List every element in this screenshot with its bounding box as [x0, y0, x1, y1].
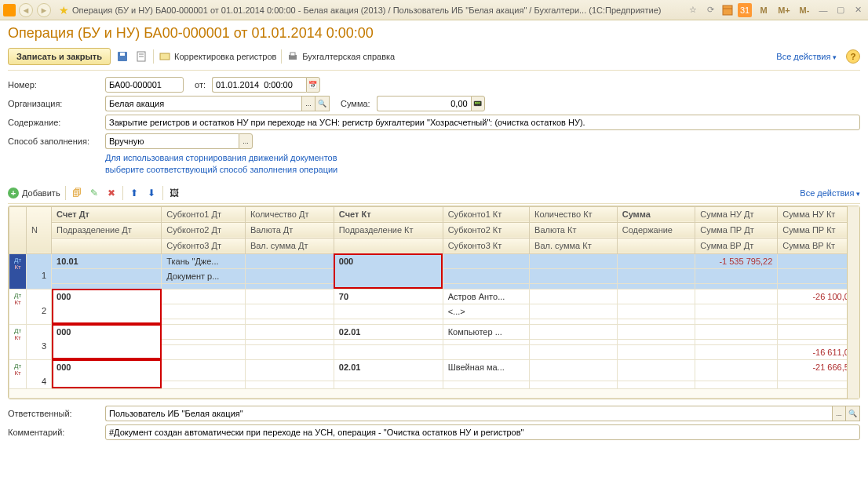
table-row[interactable]: ДтКт 1 10.01 Ткань "Дже... 000 -1 535 79…	[9, 253, 859, 268]
col-val-kt[interactable]: Валюта Кт	[530, 222, 618, 238]
col-schet-kt[interactable]: Счет Кт	[334, 206, 443, 222]
number-label: Номер:	[8, 80, 102, 89]
separator	[162, 186, 163, 200]
col-content[interactable]: Содержание	[617, 222, 695, 238]
all-actions-dropdown[interactable]: Все действия	[776, 52, 837, 61]
window-title: Операция (БУ и НУ) БА00-000001 от 01.01.…	[72, 5, 686, 15]
post-icon[interactable]	[134, 49, 148, 64]
nav-back-button[interactable]: ◄	[19, 3, 33, 17]
fill-method-label: Способ заполнения:	[8, 137, 102, 146]
edit-row-icon[interactable]: ✎	[88, 187, 100, 199]
comment-label: Комментарий:	[8, 428, 102, 437]
app-logo-icon	[3, 4, 16, 16]
responsible-label: Ответственный:	[8, 409, 102, 418]
tool-icon-1[interactable]: ☆	[686, 3, 700, 17]
svg-rect-0	[723, 5, 732, 15]
separator	[281, 49, 282, 64]
close-button[interactable]: ✕	[851, 3, 865, 17]
col-kol-kt[interactable]: Количество Кт	[530, 206, 618, 222]
col-sum-nu-dt[interactable]: Сумма НУ Дт	[695, 206, 778, 222]
move-down-icon[interactable]: ⬇	[145, 187, 158, 199]
col-val-dt[interactable]: Валюта Дт	[245, 222, 334, 238]
col-sub2-dt[interactable]: Субконто2 Дт	[162, 222, 246, 238]
register-correction-button[interactable]: Корректировка регистров	[159, 50, 276, 63]
add-icon: +	[8, 188, 19, 199]
register-correction-icon	[159, 50, 171, 63]
save-close-button[interactable]: Записать и закрыть	[8, 48, 111, 65]
fill-method-select-button[interactable]: ...	[239, 133, 253, 149]
svg-rect-9	[290, 53, 295, 56]
tool-icon-2[interactable]: ⟳	[703, 3, 717, 17]
responsible-select-button[interactable]: ...	[832, 406, 846, 421]
accounting-ref-button[interactable]: Бухгалтерская справка	[286, 50, 395, 63]
table-row[interactable]: ДтКт 3 000 02.01 Компьютер ...	[9, 324, 859, 339]
separator	[122, 186, 123, 200]
org-magnifier-icon[interactable]: 🔍	[315, 96, 330, 111]
memory-m-button[interactable]: M	[755, 3, 772, 17]
comment-input[interactable]	[105, 424, 860, 440]
col-podr-kt[interactable]: Подразделение Кт	[334, 222, 443, 238]
col-sub1-kt[interactable]: Субконто1 Кт	[443, 206, 529, 222]
col-sum[interactable]: Сумма	[617, 206, 695, 222]
org-label: Организация:	[8, 99, 102, 108]
delete-row-icon[interactable]: ✖	[105, 187, 118, 199]
content-label: Содержание:	[8, 118, 102, 127]
col-kol-dt[interactable]: Количество Дт	[245, 206, 334, 222]
fill-method-hint: Для использования сторнирования движений…	[105, 152, 860, 177]
fill-method-input[interactable]	[105, 133, 239, 149]
separator	[65, 186, 66, 200]
calendar-icon[interactable]: 31	[738, 3, 752, 17]
save-icon[interactable]	[115, 49, 129, 64]
col-sub2-kt[interactable]: Субконто2 Кт	[443, 222, 529, 238]
date-picker-icon[interactable]: 📅	[306, 77, 320, 93]
main-toolbar: Записать и закрыть Корректировка регистр…	[8, 48, 860, 71]
table-row[interactable]: ДтКт 2 000 70 Астров Анто... -26 100,00	[9, 289, 859, 304]
col-schet-dt[interactable]: Счет Дт	[52, 206, 162, 222]
table-row[interactable]: ДтКт 4 000 02.01 Швейная ма... -21 666,5…	[9, 359, 859, 381]
responsible-input[interactable]	[105, 406, 832, 421]
col-sum-vr-dt[interactable]: Сумма ВР Дт	[695, 238, 778, 253]
table-all-actions-dropdown[interactable]: Все действия	[800, 188, 860, 198]
move-up-icon[interactable]: ⬆	[128, 187, 140, 199]
vertical-scrollbar[interactable]	[847, 206, 859, 399]
separator	[153, 49, 154, 64]
col-sub1-dt[interactable]: Субконто1 Дт	[162, 206, 246, 222]
picture-icon[interactable]: 🖼	[168, 187, 181, 199]
page-title: Операция (БУ и НУ) БА00-000001 от 01.01.…	[8, 25, 860, 42]
date-input[interactable]	[212, 77, 306, 93]
empty-row	[9, 388, 859, 398]
number-input[interactable]	[105, 77, 184, 93]
calculator-icon[interactable]	[720, 3, 735, 17]
memory-mminus-button[interactable]: M-	[796, 3, 813, 17]
from-label: от:	[195, 80, 206, 89]
print-icon	[286, 50, 299, 63]
titlebar: ◄ ► ★ Операция (БУ и НУ) БА00-000001 от …	[0, 0, 868, 20]
svg-rect-3	[120, 53, 125, 56]
content-input[interactable]	[105, 115, 860, 130]
help-icon[interactable]: ?	[846, 49, 860, 64]
col-sum-pr-dt[interactable]: Сумма ПР Дт	[695, 222, 778, 238]
col-sub3-dt[interactable]: Субконто3 Дт	[162, 238, 246, 253]
col-valsum-kt[interactable]: Вал. сумма Кт	[530, 238, 618, 253]
col-n[interactable]: N	[27, 206, 52, 253]
org-input[interactable]	[105, 96, 301, 111]
add-row-button[interactable]: + Добавить	[8, 188, 60, 199]
sum-label: Сумма:	[341, 99, 370, 108]
table-toolbar: + Добавить 🗐 ✎ ✖ ⬆ ⬇ 🖼 Все действия	[8, 183, 860, 204]
maximize-button[interactable]: ▢	[833, 3, 848, 17]
col-podr-dt[interactable]: Подразделение Дт	[52, 222, 162, 238]
nav-forward-button[interactable]: ►	[37, 3, 51, 17]
memory-mplus-button[interactable]: M+	[775, 3, 793, 17]
favorite-icon[interactable]: ★	[59, 4, 69, 16]
copy-row-icon[interactable]: 🗐	[71, 187, 83, 199]
svg-rect-7	[160, 53, 170, 60]
sum-calculator-icon[interactable]: 📟	[471, 96, 485, 111]
minimize-button[interactable]: —	[816, 3, 830, 17]
sum-input[interactable]	[377, 96, 471, 111]
org-select-button[interactable]: ...	[301, 96, 315, 111]
responsible-magnifier-icon[interactable]: 🔍	[846, 406, 860, 421]
col-sub3-kt[interactable]: Субконто3 Кт	[443, 238, 529, 253]
entries-grid[interactable]: N Счет Дт Субконто1 Дт Количество Дт Сче…	[8, 206, 860, 399]
col-valsum-dt[interactable]: Вал. сумма Дт	[245, 238, 334, 253]
